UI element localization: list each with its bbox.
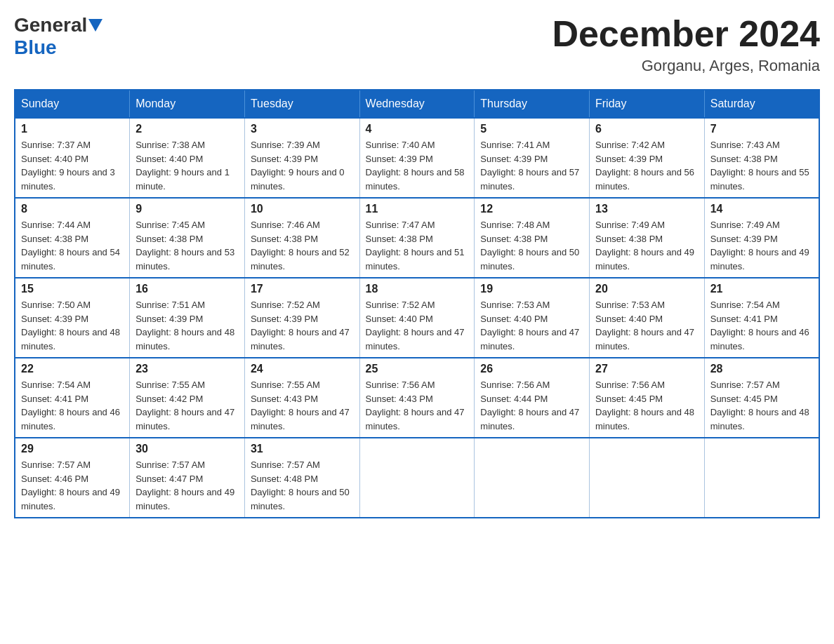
day-number: 7 xyxy=(710,123,813,135)
day-info: Sunrise: 7:46 AM Sunset: 4:38 PM Dayligh… xyxy=(251,218,354,273)
calendar-cell: 12 Sunrise: 7:48 AM Sunset: 4:38 PM Dayl… xyxy=(475,198,590,278)
day-number: 9 xyxy=(135,203,239,215)
day-info: Sunrise: 7:52 AM Sunset: 4:39 PM Dayligh… xyxy=(251,298,354,353)
day-number: 12 xyxy=(480,203,583,215)
day-info: Sunrise: 7:50 AM Sunset: 4:39 PM Dayligh… xyxy=(21,298,124,353)
calendar-cell: 3 Sunrise: 7:39 AM Sunset: 4:39 PM Dayli… xyxy=(244,118,359,198)
day-info: Sunrise: 7:54 AM Sunset: 4:41 PM Dayligh… xyxy=(21,378,124,433)
calendar-cell xyxy=(359,438,475,518)
day-number: 5 xyxy=(480,123,583,135)
day-number: 20 xyxy=(595,283,699,295)
day-info: Sunrise: 7:45 AM Sunset: 4:38 PM Dayligh… xyxy=(135,218,239,273)
col-saturday: Saturday xyxy=(704,90,819,118)
day-info: Sunrise: 7:57 AM Sunset: 4:46 PM Dayligh… xyxy=(21,458,124,513)
calendar-week-row-3: 15 Sunrise: 7:50 AM Sunset: 4:39 PM Dayl… xyxy=(15,278,819,358)
calendar-cell: 14 Sunrise: 7:49 AM Sunset: 4:39 PM Dayl… xyxy=(704,198,819,278)
calendar-cell xyxy=(590,438,705,518)
day-info: Sunrise: 7:47 AM Sunset: 4:38 PM Dayligh… xyxy=(366,218,469,273)
col-wednesday: Wednesday xyxy=(359,90,475,118)
day-info: Sunrise: 7:57 AM Sunset: 4:48 PM Dayligh… xyxy=(251,458,354,513)
title-section: December 2024 Gorganu, Arges, Romania xyxy=(552,14,820,75)
calendar-cell: 4 Sunrise: 7:40 AM Sunset: 4:39 PM Dayli… xyxy=(359,118,475,198)
day-info: Sunrise: 7:53 AM Sunset: 4:40 PM Dayligh… xyxy=(480,298,583,353)
calendar-cell: 29 Sunrise: 7:57 AM Sunset: 4:46 PM Dayl… xyxy=(15,438,130,518)
day-info: Sunrise: 7:57 AM Sunset: 4:47 PM Dayligh… xyxy=(135,458,239,513)
day-number: 29 xyxy=(21,443,124,455)
calendar-cell xyxy=(475,438,590,518)
calendar-cell: 8 Sunrise: 7:44 AM Sunset: 4:38 PM Dayli… xyxy=(15,198,130,278)
calendar-cell: 20 Sunrise: 7:53 AM Sunset: 4:40 PM Dayl… xyxy=(590,278,705,358)
day-info: Sunrise: 7:56 AM Sunset: 4:45 PM Dayligh… xyxy=(595,378,699,433)
col-sunday: Sunday xyxy=(15,90,130,118)
calendar-cell: 1 Sunrise: 7:37 AM Sunset: 4:40 PM Dayli… xyxy=(15,118,130,198)
day-info: Sunrise: 7:49 AM Sunset: 4:38 PM Dayligh… xyxy=(595,218,699,273)
day-number: 25 xyxy=(366,363,469,375)
calendar-cell: 24 Sunrise: 7:55 AM Sunset: 4:43 PM Dayl… xyxy=(244,358,359,438)
day-number: 4 xyxy=(366,123,469,135)
calendar-week-row-1: 1 Sunrise: 7:37 AM Sunset: 4:40 PM Dayli… xyxy=(15,118,819,198)
col-friday: Friday xyxy=(590,90,705,118)
calendar-cell: 11 Sunrise: 7:47 AM Sunset: 4:38 PM Dayl… xyxy=(359,198,475,278)
calendar-cell: 23 Sunrise: 7:55 AM Sunset: 4:42 PM Dayl… xyxy=(130,358,245,438)
day-number: 30 xyxy=(135,443,239,455)
logo: General Blue xyxy=(14,14,104,59)
calendar-cell: 15 Sunrise: 7:50 AM Sunset: 4:39 PM Dayl… xyxy=(15,278,130,358)
day-number: 27 xyxy=(595,363,699,375)
calendar-cell xyxy=(704,438,819,518)
day-number: 21 xyxy=(710,283,813,295)
day-number: 2 xyxy=(135,123,239,135)
location-text: Gorganu, Arges, Romania xyxy=(552,57,820,75)
col-thursday: Thursday xyxy=(475,90,590,118)
day-number: 26 xyxy=(480,363,583,375)
day-number: 6 xyxy=(595,123,699,135)
calendar-cell: 19 Sunrise: 7:53 AM Sunset: 4:40 PM Dayl… xyxy=(475,278,590,358)
calendar-week-row-4: 22 Sunrise: 7:54 AM Sunset: 4:41 PM Dayl… xyxy=(15,358,819,438)
day-number: 1 xyxy=(21,123,124,135)
day-info: Sunrise: 7:38 AM Sunset: 4:40 PM Dayligh… xyxy=(135,138,239,193)
calendar-cell: 25 Sunrise: 7:56 AM Sunset: 4:43 PM Dayl… xyxy=(359,358,475,438)
day-number: 8 xyxy=(21,203,124,215)
day-number: 28 xyxy=(710,363,813,375)
logo-general-text: General xyxy=(14,14,87,36)
day-info: Sunrise: 7:48 AM Sunset: 4:38 PM Dayligh… xyxy=(480,218,583,273)
col-monday: Monday xyxy=(130,90,245,118)
day-info: Sunrise: 7:44 AM Sunset: 4:38 PM Dayligh… xyxy=(21,218,124,273)
col-tuesday: Tuesday xyxy=(244,90,359,118)
calendar-cell: 27 Sunrise: 7:56 AM Sunset: 4:45 PM Dayl… xyxy=(590,358,705,438)
day-info: Sunrise: 7:55 AM Sunset: 4:42 PM Dayligh… xyxy=(135,378,239,433)
calendar-cell: 21 Sunrise: 7:54 AM Sunset: 4:41 PM Dayl… xyxy=(704,278,819,358)
day-info: Sunrise: 7:40 AM Sunset: 4:39 PM Dayligh… xyxy=(366,138,469,193)
day-number: 24 xyxy=(251,363,354,375)
calendar-week-row-2: 8 Sunrise: 7:44 AM Sunset: 4:38 PM Dayli… xyxy=(15,198,819,278)
calendar-cell: 22 Sunrise: 7:54 AM Sunset: 4:41 PM Dayl… xyxy=(15,358,130,438)
day-info: Sunrise: 7:51 AM Sunset: 4:39 PM Dayligh… xyxy=(135,298,239,353)
day-number: 22 xyxy=(21,363,124,375)
calendar-cell: 10 Sunrise: 7:46 AM Sunset: 4:38 PM Dayl… xyxy=(244,198,359,278)
page-header: General Blue December 2024 Gorganu, Arge… xyxy=(14,14,820,75)
day-info: Sunrise: 7:55 AM Sunset: 4:43 PM Dayligh… xyxy=(251,378,354,433)
logo-blue-text: Blue xyxy=(14,36,57,58)
day-info: Sunrise: 7:57 AM Sunset: 4:45 PM Dayligh… xyxy=(710,378,813,433)
calendar-cell: 17 Sunrise: 7:52 AM Sunset: 4:39 PM Dayl… xyxy=(244,278,359,358)
logo-triangle-icon xyxy=(88,19,102,32)
calendar-week-row-5: 29 Sunrise: 7:57 AM Sunset: 4:46 PM Dayl… xyxy=(15,438,819,518)
calendar-table: Sunday Monday Tuesday Wednesday Thursday… xyxy=(14,89,820,518)
day-number: 15 xyxy=(21,283,124,295)
day-info: Sunrise: 7:53 AM Sunset: 4:40 PM Dayligh… xyxy=(595,298,699,353)
calendar-cell: 9 Sunrise: 7:45 AM Sunset: 4:38 PM Dayli… xyxy=(130,198,245,278)
day-number: 31 xyxy=(251,443,354,455)
day-info: Sunrise: 7:41 AM Sunset: 4:39 PM Dayligh… xyxy=(480,138,583,193)
calendar-cell: 5 Sunrise: 7:41 AM Sunset: 4:39 PM Dayli… xyxy=(475,118,590,198)
calendar-cell: 30 Sunrise: 7:57 AM Sunset: 4:47 PM Dayl… xyxy=(130,438,245,518)
day-number: 13 xyxy=(595,203,699,215)
day-info: Sunrise: 7:49 AM Sunset: 4:39 PM Dayligh… xyxy=(710,218,813,273)
month-title: December 2024 xyxy=(552,14,820,54)
day-info: Sunrise: 7:52 AM Sunset: 4:40 PM Dayligh… xyxy=(366,298,469,353)
calendar-cell: 26 Sunrise: 7:56 AM Sunset: 4:44 PM Dayl… xyxy=(475,358,590,438)
calendar-cell: 18 Sunrise: 7:52 AM Sunset: 4:40 PM Dayl… xyxy=(359,278,475,358)
day-info: Sunrise: 7:37 AM Sunset: 4:40 PM Dayligh… xyxy=(21,138,124,193)
calendar-cell: 31 Sunrise: 7:57 AM Sunset: 4:48 PM Dayl… xyxy=(244,438,359,518)
day-number: 10 xyxy=(251,203,354,215)
calendar-cell: 16 Sunrise: 7:51 AM Sunset: 4:39 PM Dayl… xyxy=(130,278,245,358)
calendar-cell: 2 Sunrise: 7:38 AM Sunset: 4:40 PM Dayli… xyxy=(130,118,245,198)
